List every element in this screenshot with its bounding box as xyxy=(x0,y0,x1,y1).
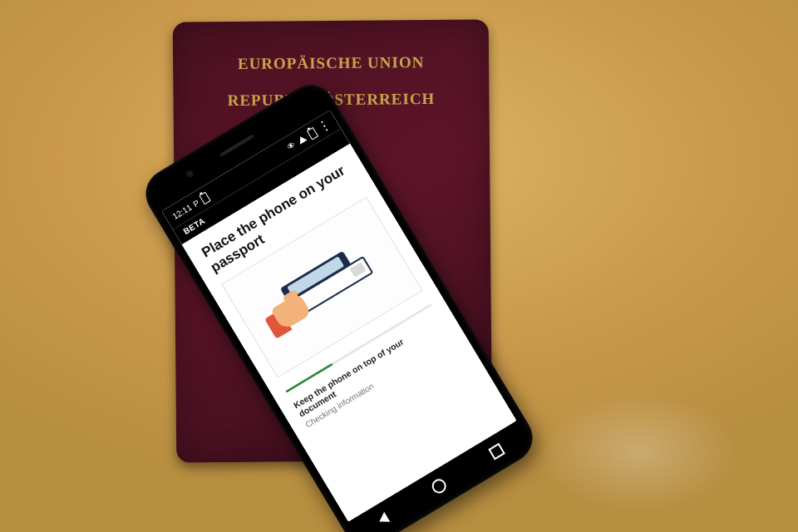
battery-icon xyxy=(199,191,210,204)
eye-icon: 👁 xyxy=(285,140,297,152)
nav-back-button[interactable] xyxy=(377,512,391,527)
nav-recents-button[interactable] xyxy=(488,443,505,461)
battery-icon-2 xyxy=(307,126,318,140)
status-time: 12:11 xyxy=(170,202,193,220)
nav-home-button[interactable] xyxy=(430,476,449,495)
phone-speaker xyxy=(219,135,254,157)
signal-icon xyxy=(297,135,308,145)
phone-front-camera xyxy=(185,170,195,179)
overflow-menu-icon[interactable]: ⋮ xyxy=(317,119,332,132)
status-indicator: P xyxy=(191,198,200,209)
passport-text-line-1: EUROPÄISCHE UNION xyxy=(173,52,489,73)
